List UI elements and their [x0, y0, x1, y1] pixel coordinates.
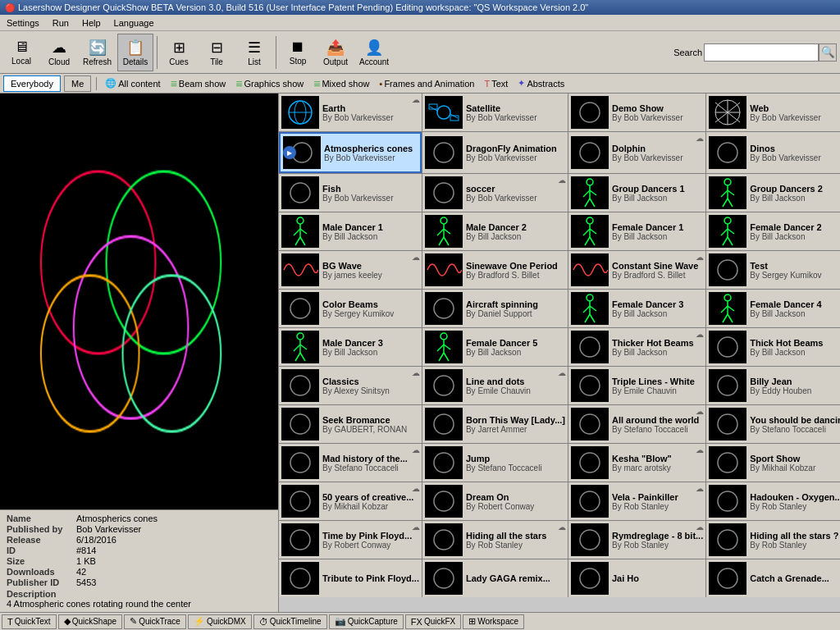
grid-item[interactable]: Billy JeanBy Eddy Houben	[706, 367, 840, 404]
toolbar-output[interactable]: 📤 Output	[317, 34, 354, 71]
grid-item[interactable]: Rymdreglage - 8 bit...By Rob Stanley☁	[568, 521, 705, 559]
menu-settings[interactable]: Settings	[3, 17, 43, 29]
grid-item[interactable]: Female Dancer 5By Bill Jackson	[422, 328, 568, 366]
filter-all-content[interactable]: 🌐 All content	[102, 77, 163, 89]
grid-item[interactable]: Time by Pink Floyd...By Robert Conway☁	[279, 521, 422, 559]
grid-item[interactable]: DolphinBy Bob Varkevisser☁	[568, 132, 705, 173]
grid-item[interactable]: EarthBy Bob Varkevisser☁	[279, 94, 422, 131]
taskbar-quicktrace[interactable]: ✎ QuickTrace	[124, 614, 186, 629]
grid-thumbnail	[425, 523, 463, 556]
grid-item[interactable]: Hiding all the stars ?By Rob Stanley☁	[706, 521, 840, 559]
grid-item[interactable]: ▶Atmospherics conesBy Bob Varkevisser	[279, 132, 422, 173]
toolbar-tile[interactable]: ⊟ Tile	[199, 34, 235, 71]
grid-item[interactable]: Lady GAGA remix...	[422, 559, 568, 597]
grid-item[interactable]: Sport ShowBy Mikhail Kobzar	[706, 444, 840, 482]
grid-item[interactable]: DragonFly AnimationBy Bob Varkevisser	[422, 132, 568, 173]
menu-help[interactable]: Help	[79, 17, 104, 29]
search-button[interactable]: 🔍	[819, 43, 837, 62]
toolbar-list[interactable]: ☰ List	[236, 34, 272, 71]
grid-item[interactable]: JumpBy Stefano Toccaceli	[422, 444, 568, 482]
grid-item-title: Hiding all the stars ?	[750, 531, 840, 541]
grid-info: Female Dancer 4By Bill Jackson	[750, 299, 840, 318]
filter-me[interactable]: Me	[64, 75, 91, 92]
toolbar-account[interactable]: 👤 Account	[355, 34, 393, 71]
grid-item[interactable]: All around the worldBy Stefano Toccaceli…	[568, 405, 705, 443]
taskbar-quickdmx[interactable]: ⚡ QuickDMX	[188, 614, 252, 629]
quickfx-label: QuickFX	[424, 617, 455, 626]
grid-item[interactable]: FishBy Bob Varkevisser	[279, 174, 422, 212]
grid-item[interactable]: DinosBy Bob Varkevisser☁	[706, 132, 840, 173]
grid-item[interactable]: Hiding all the starsBy Rob Stanley☁	[422, 521, 568, 559]
filter-text[interactable]: T Text	[481, 78, 511, 89]
toolbar-refresh[interactable]: 🔄 Refresh	[79, 34, 116, 71]
grid-item[interactable]: Male Dancer 3By Bill Jackson	[279, 328, 422, 366]
svg-point-108	[718, 568, 737, 588]
filter-everybody[interactable]: Everybody	[3, 75, 61, 92]
taskbar-quickcapture[interactable]: 📷 QuickCapture	[329, 614, 404, 629]
grid-item[interactable]: Group Dancers 2By Bill Jackson	[706, 174, 840, 212]
svg-point-32	[297, 217, 304, 224]
search-input[interactable]	[704, 43, 819, 62]
toolbar-local[interactable]: 🖥 Local	[3, 34, 39, 71]
grid-item[interactable]: TestBy Sergey Kumikov☁	[706, 251, 840, 289]
grid-item[interactable]: Seek BromanceBy GAUBERT, RONAN	[279, 405, 422, 443]
taskbar-quicktext[interactable]: T QuickText	[2, 614, 57, 629]
grid-item[interactable]: Vela - PainkillerBy Rob Stanley☁	[568, 482, 705, 520]
taskbar-quicktimeline[interactable]: ⏱ QuickTimeline	[253, 614, 327, 629]
grid-item-title: Female Dancer 5	[466, 338, 565, 348]
content-area[interactable]: EarthBy Bob Varkevisser☁SatelliteBy Bob …	[279, 94, 840, 612]
grid-item[interactable]: Group Dancers 1By Bill Jackson	[568, 174, 705, 212]
grid-item[interactable]: Aircraft spinningBy Daniel Support	[422, 290, 568, 327]
grid-item[interactable]: Demo ShowBy Bob Varkevisser	[568, 94, 705, 131]
svg-point-59	[587, 294, 593, 301]
grid-item[interactable]: Female Dancer 4By Bill Jackson☁	[706, 290, 840, 327]
taskbar-quickfx[interactable]: FX QuickFX	[405, 614, 461, 629]
menu-language[interactable]: Language	[111, 17, 158, 29]
grid-item[interactable]: Female Dancer 2By Bill Jackson	[706, 212, 840, 250]
grid-item[interactable]: Line and dotsBy Emile Chauvin☁	[422, 367, 568, 404]
grid-item[interactable]: Tribute to Pink Floyd...	[279, 559, 422, 597]
grid-item[interactable]: WebBy Bob Varkevisser☁	[706, 94, 840, 131]
filter-frames[interactable]: ▪ Frames and Animation	[376, 78, 477, 89]
grid-item[interactable]: ClassicsBy Alexey Sinitsyn☁	[279, 367, 422, 404]
svg-line-36	[295, 237, 300, 245]
grid-thumbnail	[709, 369, 746, 402]
grid-item[interactable]: Hadouken - Oxygen...By Rob Stanley	[706, 482, 840, 520]
grid-item[interactable]: Dream OnBy Robert Conway	[422, 482, 568, 520]
taskbar-workspace[interactable]: ⊞ Workspace	[463, 614, 524, 629]
grid-item[interactable]: SatelliteBy Bob Varkevisser	[422, 94, 568, 131]
filter-mixed[interactable]: ≡ Mixed show	[310, 76, 372, 91]
menu-run[interactable]: Run	[49, 17, 72, 29]
grid-item[interactable]: Color BeamsBy Sergey Kumikov	[279, 290, 422, 327]
grid-item[interactable]: Female Dancer 3By Bill Jackson	[568, 290, 705, 327]
grid-item[interactable]: 50 years of creative...By Mikhail Kobzar…	[279, 482, 422, 520]
grid-item[interactable]: Male Dancer 2By Bill Jackson	[422, 212, 568, 250]
filter-graphics[interactable]: ≡ Graphics show	[232, 76, 307, 91]
grid-item[interactable]: Jai Ho	[568, 559, 705, 597]
abstracts-label: Abstracts	[527, 79, 564, 89]
filter-abstracts[interactable]: ✦ Abstracts	[514, 77, 568, 89]
grid-item[interactable]: You should be dancingBy Stefano Toccacel…	[706, 405, 840, 443]
grid-thumbnail	[281, 562, 319, 595]
filter-beam[interactable]: ≡ Beam show	[167, 76, 230, 91]
toolbar-cloud[interactable]: ☁ Cloud	[41, 34, 77, 71]
grid-item[interactable]: Male Dancer 1By Bill Jackson	[279, 212, 422, 250]
grid-item[interactable]: Constant Sine WaveBy Bradford S. Billet☁	[568, 251, 705, 289]
grid-item[interactable]: Kesha "Blow"By marc arotsky☁	[568, 444, 705, 482]
toolbar-details[interactable]: 📋 Details	[117, 34, 153, 71]
toolbar-stop[interactable]: ⏹ Stop	[280, 34, 316, 71]
grid-item[interactable]: Female Dancer 1By Bill Jackson	[568, 212, 705, 250]
grid-item[interactable]: Born This Way [Lady...]By Jarret Ammer	[422, 405, 568, 443]
taskbar-quickshape[interactable]: ◆ QuickShape	[58, 614, 122, 629]
grid-item[interactable]: Triple Lines - WhiteBy Emile Chauvin	[568, 367, 705, 404]
preview-canvas	[0, 94, 278, 509]
grid-item[interactable]: BG WaveBy james keeley☁	[279, 251, 422, 289]
svg-line-76	[300, 353, 305, 361]
grid-item[interactable]: soccerBy Bob Varkevisser☁	[422, 174, 568, 212]
grid-item[interactable]: Sinewave One PeriodBy Bradford S. Billet	[422, 251, 568, 289]
grid-item[interactable]: Catch a Grenade...	[706, 559, 840, 597]
grid-item[interactable]: Thick Hot BeamsBy Bill Jackson	[706, 328, 840, 366]
grid-item[interactable]: Mad history of the...By Stefano Toccacel…	[279, 444, 422, 482]
grid-item[interactable]: Thicker Hot BeamsBy Bill Jackson☁	[568, 328, 705, 366]
toolbar-cues[interactable]: ⊞ Cues	[161, 34, 197, 71]
